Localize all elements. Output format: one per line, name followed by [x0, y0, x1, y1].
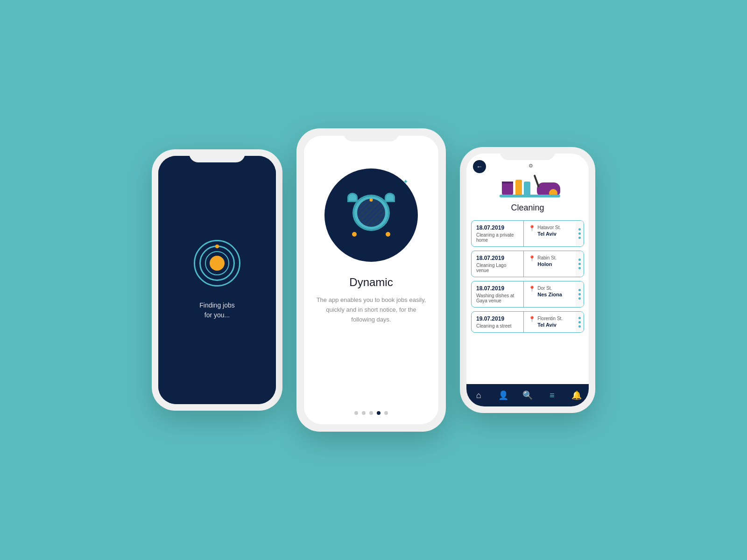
jobs-list[interactable]: 18.07.2019 Cleaning a private home 📍 Hat… — [466, 217, 589, 384]
location-4: 📍 Florentin St. Tel Aviv — [524, 312, 576, 332]
location-pin-icon-2: 📍 — [529, 255, 536, 262]
street-4: Florentin St. — [537, 315, 563, 322]
onboard-description: The app enables you to book jobs easily,… — [315, 295, 427, 324]
chevron-pattern — [357, 199, 385, 227]
phone-jobs: ← ⚙ — [460, 147, 595, 413]
job-date-section-4: 19.07.2019 Cleaning a street — [472, 312, 523, 332]
street-1: Hatavor St. — [537, 224, 561, 231]
job-card-3[interactable]: 18.07.2019 Washing dishes at Gaya venue … — [471, 281, 584, 308]
list-icon: ≡ — [550, 391, 555, 400]
back-arrow-icon: ← — [476, 163, 483, 170]
phones-container: Finding jobs for you... — [152, 128, 595, 432]
back-button[interactable]: ← — [473, 160, 486, 173]
bottom-nav: ⌂ 👤 🔍 ≡ 🔔 — [466, 384, 589, 406]
phone-1-inner: Finding jobs for you... — [158, 156, 276, 404]
job-card-4[interactable]: 19.07.2019 Cleaning a street 📍 Florentin… — [471, 311, 584, 333]
dot-4-active — [377, 411, 381, 415]
location-3: 📍 Dor St. Nes Ziona — [524, 281, 576, 307]
job-actions-2[interactable] — [576, 251, 584, 277]
dot-small — [215, 245, 219, 248]
search-icon: 🔍 — [522, 390, 533, 400]
nav-home[interactable]: ⌂ — [466, 384, 491, 406]
clock-circle: ✦ — [324, 168, 418, 262]
job-date-section-3: 18.07.2019 Washing dishes at Gaya venue — [472, 281, 523, 307]
alarm-clock — [345, 192, 397, 238]
job-card-1[interactable]: 18.07.2019 Cleaning a private home 📍 Hat… — [471, 220, 584, 247]
pagination-dots — [354, 402, 388, 424]
jobs-screen: ← ⚙ — [466, 154, 589, 406]
center-dot — [210, 256, 225, 271]
finding-jobs-text: Finding jobs for you... — [199, 301, 235, 320]
cleaning-illustration: ⚙ — [500, 163, 556, 200]
street-3: Dor St. — [537, 285, 562, 292]
city-1: Tel Aviv — [537, 231, 561, 237]
nav-list[interactable]: ≡ — [540, 384, 564, 406]
onboard-image-area: ✦ — [304, 136, 438, 276]
phone-onboarding: ✦ Dynamic The app enables you to book jo… — [296, 128, 446, 432]
job-date-3: 18.07.2019 — [476, 285, 519, 292]
phone-3-inner: ← ⚙ — [466, 154, 589, 406]
onboarding-screen: ✦ Dynamic The app enables you to book jo… — [304, 136, 438, 424]
finding-line1: Finding jobs — [199, 301, 235, 309]
logo-animation — [194, 240, 240, 287]
location-pin-icon-4: 📍 — [529, 316, 536, 322]
job-actions-1[interactable] — [576, 221, 584, 246]
dot-1 — [354, 411, 358, 415]
job-date-section-1: 18.07.2019 Cleaning a private home — [472, 221, 523, 246]
job-date-4: 19.07.2019 — [476, 315, 519, 322]
job-date-1: 18.07.2019 — [476, 224, 519, 231]
job-title-4: Cleaning a street — [476, 323, 519, 329]
sparkle-icon: ✦ — [403, 178, 409, 185]
notch-3 — [500, 147, 556, 160]
foot-left — [352, 232, 357, 237]
nav-search[interactable]: 🔍 — [515, 384, 540, 406]
location-2: 📍 Rabin St. Holon — [524, 251, 576, 277]
location-1: 📍 Hatavor St. Tel Aviv — [524, 221, 576, 246]
phone-splash: Finding jobs for you... — [152, 149, 282, 411]
job-date-2: 18.07.2019 — [476, 255, 519, 261]
city-3: Nes Ziona — [537, 292, 562, 297]
dot-2 — [362, 411, 366, 415]
job-actions-4[interactable] — [576, 312, 584, 332]
job-card-2[interactable]: 18.07.2019 Cleaning Lago venue 📍 Rabin S… — [471, 251, 584, 277]
foot-right — [386, 232, 390, 237]
phone-2-inner: ✦ Dynamic The app enables you to book jo… — [304, 136, 438, 424]
job-title-2: Cleaning Lago venue — [476, 263, 519, 273]
dot-5 — [384, 411, 388, 415]
city-4: Tel Aviv — [537, 322, 563, 328]
location-pin-icon-1: 📍 — [529, 225, 536, 231]
home-icon: ⌂ — [476, 391, 481, 400]
job-title-1: Cleaning a private home — [476, 232, 519, 243]
notch-1 — [189, 149, 245, 162]
street-2: Rabin St. — [537, 255, 557, 261]
nav-profile[interactable]: 👤 — [491, 384, 515, 406]
location-pin-icon-3: 📍 — [529, 286, 536, 292]
notch-2 — [343, 128, 399, 141]
bell-left — [347, 193, 358, 202]
dot-top — [370, 198, 373, 202]
onboard-title: Dynamic — [315, 276, 427, 289]
profile-icon: 👤 — [498, 390, 508, 400]
job-title-3: Washing dishes at Gaya venue — [476, 293, 519, 303]
job-actions-3[interactable] — [576, 281, 584, 307]
dot-3 — [369, 411, 373, 415]
bell-right — [385, 193, 395, 202]
clock-face — [357, 199, 385, 227]
nav-bell[interactable]: 🔔 — [564, 384, 589, 406]
finding-line2: for you... — [204, 311, 230, 319]
onboard-text-area: Dynamic The app enables you to book jobs… — [304, 276, 438, 402]
splash-screen: Finding jobs for you... — [158, 156, 276, 404]
city-2: Holon — [537, 261, 557, 267]
cleaning-title: Cleaning — [511, 203, 544, 213]
bell-icon: 🔔 — [571, 390, 582, 400]
job-date-section-2: 18.07.2019 Cleaning Lago venue — [472, 251, 523, 277]
